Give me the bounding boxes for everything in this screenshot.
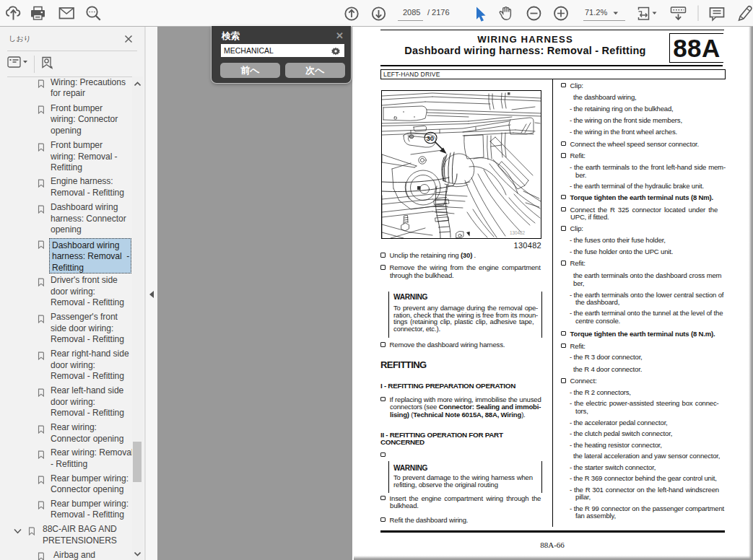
svg-text:130482: 130482 — [510, 230, 526, 235]
svg-text:30: 30 — [427, 134, 435, 142]
